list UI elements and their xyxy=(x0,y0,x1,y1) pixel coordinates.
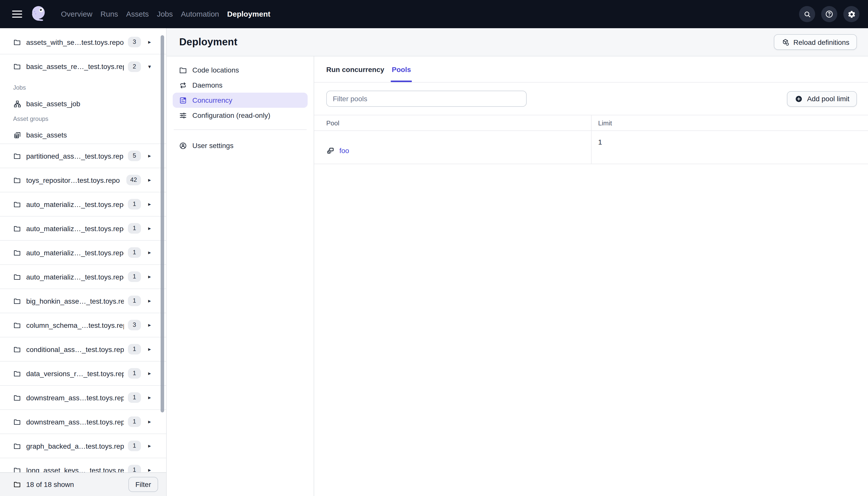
chevron-right-icon[interactable]: ▸ xyxy=(147,370,152,377)
folder-icon xyxy=(13,466,21,472)
folder-icon xyxy=(13,224,21,232)
plus-circle-icon xyxy=(794,94,803,103)
sidebar-repo-row[interactable]: toys_repositor…test.toys.repo42▸ xyxy=(0,168,166,192)
sidebar-item-basic_assets[interactable]: basic_assets xyxy=(13,129,153,141)
sidebar-repo-row[interactable]: downstream_ass…test.toys.rep1▸ xyxy=(0,410,166,434)
chevron-right-icon[interactable]: ▸ xyxy=(147,467,152,472)
repo-label: assets_with_se…test.toys.repo xyxy=(26,38,124,46)
folder-icon xyxy=(13,393,21,402)
pools-table-header: Pool Limit xyxy=(314,115,868,131)
nav-item-jobs[interactable]: Jobs xyxy=(157,0,173,28)
settings-nav-code-locations[interactable]: Code locations xyxy=(173,62,307,78)
sidebar-repo-row[interactable]: auto_materializ…_test.toys.repo1▸ xyxy=(0,217,166,241)
dagster-logo-icon[interactable] xyxy=(29,4,49,24)
reload-definitions-button[interactable]: Reload definitions xyxy=(774,34,857,50)
user-icon xyxy=(179,141,187,150)
sidebar-repo-row[interactable]: assets_with_se…test.toys.repo3▸ xyxy=(0,30,166,55)
search-icon xyxy=(803,10,811,18)
sidebar-repo-row[interactable]: auto_materializ…_test.toys.repo1▸ xyxy=(0,241,166,265)
chevron-right-icon[interactable]: ▸ xyxy=(147,201,152,207)
chevron-right-icon[interactable]: ▸ xyxy=(147,346,152,353)
menu-icon[interactable] xyxy=(12,11,22,18)
chevron-right-icon[interactable]: ▸ xyxy=(147,298,152,304)
nav-item-deployment[interactable]: Deployment xyxy=(227,0,270,28)
sidebar-scrollbar[interactable] xyxy=(161,35,164,413)
nav-item-assets[interactable]: Assets xyxy=(126,0,149,28)
sidebar-repo-row[interactable]: basic_assets_re…_test.toys.rep2▾ xyxy=(0,55,166,79)
search-button[interactable] xyxy=(799,6,815,22)
folder-icon xyxy=(13,200,21,208)
sidebar-repo-row[interactable]: big_honkin_asse…_test.toys.rep1▸ xyxy=(0,289,166,313)
concurrency-content: Run concurrencyPools Add pool limit xyxy=(314,57,868,496)
divider xyxy=(174,129,306,130)
limit-cell: 1 xyxy=(591,131,868,164)
chevron-right-icon[interactable]: ▸ xyxy=(147,177,152,183)
folder-icon xyxy=(13,369,21,377)
tab-pools[interactable]: Pools xyxy=(392,57,411,82)
sidebar-repo-row[interactable]: column_schema_…test.toys.rep3▸ xyxy=(0,313,166,337)
chevron-right-icon[interactable]: ▸ xyxy=(147,274,152,280)
settings-nav-daemons[interactable]: Daemons xyxy=(173,78,307,93)
nav-item-runs[interactable]: Runs xyxy=(100,0,118,28)
settings-nav-concurrency[interactable]: Concurrency xyxy=(173,93,307,108)
section-label: Asset groups xyxy=(13,115,153,123)
sidebar-item-basic_assets_job[interactable]: basic_assets_job xyxy=(13,98,153,110)
repo-count-badge: 3 xyxy=(128,320,141,330)
settings-button[interactable] xyxy=(843,6,859,22)
reload-cube-icon xyxy=(781,38,789,46)
chevron-right-icon[interactable]: ▸ xyxy=(147,322,152,328)
chevron-right-icon[interactable]: ▸ xyxy=(147,39,152,45)
folder-icon xyxy=(13,62,21,71)
settings-nav-user-settings[interactable]: User settings xyxy=(173,138,307,153)
table-row: foo1 xyxy=(314,131,868,164)
help-icon xyxy=(825,10,834,19)
repo-count-badge: 1 xyxy=(128,296,141,306)
sidebar-repo-row[interactable]: conditional_ass…_test.toys.repo1▸ xyxy=(0,337,166,361)
pools-toolbar: Add pool limit xyxy=(314,82,868,115)
concurrency-icon xyxy=(179,96,187,105)
chevron-right-icon[interactable]: ▸ xyxy=(147,153,152,159)
nav-item-automation[interactable]: Automation xyxy=(181,0,219,28)
filter-pools-input[interactable] xyxy=(326,91,527,107)
repo-count-badge: 1 xyxy=(128,344,141,355)
help-button[interactable] xyxy=(821,6,837,22)
chevron-down-icon[interactable]: ▾ xyxy=(147,63,152,70)
asset-repo-sidebar: assets_with_se…test.toys.repo3▸basic_ass… xyxy=(0,28,167,496)
sidebar-repo-row[interactable]: downstream_ass…test.toys.rep1▸ xyxy=(0,386,166,410)
sidebar-repo-row[interactable]: auto_materializ…_test.toys.repo1▸ xyxy=(0,192,166,217)
top-nav-items: OverviewRunsAssetsJobsAutomationDeployme… xyxy=(61,0,270,28)
repo-expanded-content: Jobsbasic_assets_jobAsset groupsbasic_as… xyxy=(0,79,166,144)
gear-icon xyxy=(847,10,856,18)
nav-item-overview[interactable]: Overview xyxy=(61,0,92,28)
add-pool-limit-button[interactable]: Add pool limit xyxy=(787,91,857,107)
chevron-right-icon[interactable]: ▸ xyxy=(147,418,152,425)
sidebar-repo-row[interactable]: auto_materializ…_test.toys.repo1▸ xyxy=(0,265,166,289)
sidebar-filter-button[interactable]: Filter xyxy=(128,477,158,492)
sidebar-repo-row[interactable]: data_versions_r…_test.toys.rep1▸ xyxy=(0,361,166,386)
sidebar-repo-row[interactable]: long_asset_keys…_test.toys.rep1▸ xyxy=(0,458,166,472)
repo-count-badge: 1 xyxy=(128,223,141,234)
repo-count-badge: 1 xyxy=(128,392,141,403)
chevron-right-icon[interactable]: ▸ xyxy=(147,249,152,256)
repo-label: downstream_ass…test.toys.rep xyxy=(26,393,124,402)
sidebar-repo-row[interactable]: partitioned_ass…_test.toys.rep5▸ xyxy=(0,144,166,168)
sidebar-repo-row[interactable]: graph_backed_a…test.toys.repo1▸ xyxy=(0,434,166,458)
folder-icon xyxy=(13,480,21,489)
pool-link[interactable]: foo xyxy=(340,146,349,155)
repo-label: auto_materializ…_test.toys.repo xyxy=(26,248,124,257)
folder-icon xyxy=(13,418,21,426)
folder-icon xyxy=(13,248,21,257)
repo-label: auto_materializ…_test.toys.repo xyxy=(26,200,124,208)
chevron-right-icon[interactable]: ▸ xyxy=(147,225,152,232)
sidebar-item-label: basic_assets_job xyxy=(26,100,80,108)
repo-count-badge: 1 xyxy=(128,416,141,427)
chevron-right-icon[interactable]: ▸ xyxy=(147,443,152,449)
tab-run-concurrency[interactable]: Run concurrency xyxy=(326,57,384,82)
repo-label: downstream_ass…test.toys.rep xyxy=(26,418,124,426)
chevron-right-icon[interactable]: ▸ xyxy=(147,394,152,401)
folder-icon xyxy=(13,273,21,281)
repo-label: basic_assets_re…_test.toys.rep xyxy=(26,62,124,71)
top-nav-actions xyxy=(799,6,859,22)
dagster-app: OverviewRunsAssetsJobsAutomationDeployme… xyxy=(0,0,868,496)
settings-nav-configuration-read-only-[interactable]: Configuration (read-only) xyxy=(173,108,307,123)
